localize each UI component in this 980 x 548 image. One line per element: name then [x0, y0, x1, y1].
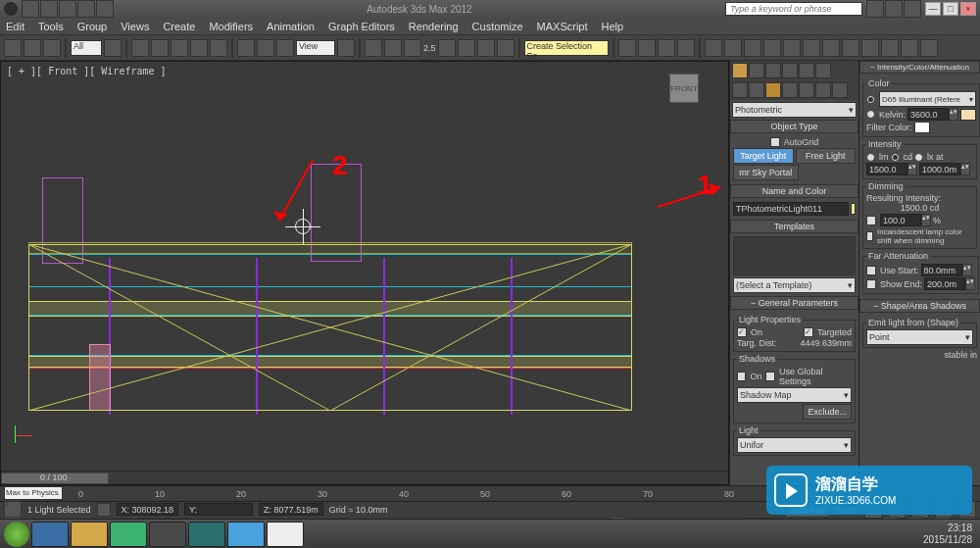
sky-portal-btn[interactable]: mr Sky Portal	[733, 165, 799, 180]
subcat-lights[interactable]	[765, 82, 781, 98]
menu-grapheditors[interactable]: Graph Editors	[328, 21, 395, 32]
min-btn[interactable]: —	[925, 2, 941, 16]
scale-btn[interactable]	[276, 39, 294, 57]
targeted-check[interactable]	[804, 327, 813, 337]
tool-btn[interactable]	[4, 39, 22, 57]
tab-utilities[interactable]	[815, 63, 831, 78]
viewport-front[interactable]: [ + ][ Front ][ Wireframe ] FRONT 2 1	[0, 61, 729, 485]
coord-x[interactable]: X: 308092.18	[117, 503, 179, 516]
menu-customize[interactable]: Customize	[472, 21, 523, 32]
menu-group[interactable]: Group	[77, 21, 108, 32]
category-dropdown[interactable]: Photometric	[732, 102, 857, 118]
tool-btn[interactable]	[763, 39, 781, 57]
tool-btn[interactable]	[404, 39, 421, 57]
menu-animation[interactable]: Animation	[267, 21, 315, 32]
max-btn[interactable]: □	[943, 2, 958, 16]
viewport-label[interactable]: [ + ][ Front ][ Wireframe ]	[7, 66, 167, 76]
filter-select[interactable]: All	[71, 40, 102, 56]
move-btn[interactable]	[237, 39, 255, 57]
task-ie[interactable]	[31, 522, 69, 547]
system-clock[interactable]: 23:182015/11/28	[923, 523, 976, 546]
menu-tools[interactable]: Tools	[38, 21, 64, 32]
rollout-shapeshadow[interactable]: − Shape/Area Shadows	[859, 299, 980, 313]
script-btn[interactable]: Max to Physics (	[4, 486, 63, 500]
tool-btn[interactable]	[677, 39, 695, 57]
menu-edit[interactable]: Edit	[6, 21, 24, 32]
tool-btn[interactable]	[658, 39, 675, 57]
menu-maxscript[interactable]: MAXScript	[537, 21, 588, 32]
subcat-space[interactable]	[815, 82, 831, 98]
dist-dropdown[interactable]: Unifor	[737, 437, 852, 453]
tool-btn[interactable]	[151, 39, 169, 57]
qat-btn[interactable]	[22, 0, 39, 18]
tool-btn[interactable]	[458, 39, 475, 57]
shape-dropdown[interactable]: Point	[866, 329, 973, 345]
light-on-check[interactable]	[737, 327, 747, 337]
tab-create[interactable]	[732, 63, 748, 78]
tool-btn[interactable]	[365, 39, 382, 57]
subcat-helpers[interactable]	[799, 82, 814, 98]
search-input[interactable]	[725, 2, 862, 16]
start-input[interactable]	[921, 264, 962, 276]
tool-btn[interactable]	[24, 39, 41, 57]
menu-create[interactable]: Create	[163, 21, 195, 32]
coord-z[interactable]: Z: 8077.519m	[259, 503, 323, 516]
tool-btn[interactable]	[783, 39, 801, 57]
tab-modify[interactable]	[749, 63, 764, 78]
tool-btn[interactable]	[803, 39, 820, 57]
lx-radio[interactable]	[914, 153, 923, 162]
tab-hierarchy[interactable]	[765, 63, 781, 78]
menu-views[interactable]: Views	[121, 21, 149, 32]
rollout-ica[interactable]: − Intensity/Color/Attenuation	[859, 61, 980, 74]
subcat-cameras[interactable]	[782, 82, 798, 98]
color-preset-dropdown[interactable]: D65 Illuminant (Refere	[879, 91, 976, 107]
rotate-btn[interactable]	[257, 39, 274, 57]
color-preset-radio[interactable]	[866, 95, 875, 104]
menu-help[interactable]: Help	[602, 21, 624, 32]
object-name-input[interactable]	[733, 202, 849, 216]
tool-btn[interactable]	[744, 39, 761, 57]
dim-input[interactable]	[880, 214, 921, 226]
template-dropdown[interactable]: (Select a Template)	[733, 277, 856, 293]
lock-btn[interactable]	[97, 503, 111, 517]
use-check[interactable]	[866, 266, 876, 275]
rollout-genparams[interactable]: − General Parameters	[730, 296, 858, 310]
selset-combo[interactable]: Create Selection Se	[524, 40, 609, 56]
time-scroll[interactable]: 0 / 100	[1, 471, 728, 484]
intensity-at-input[interactable]	[919, 163, 960, 175]
object-color-swatch[interactable]	[851, 203, 856, 215]
cd-radio[interactable]	[891, 153, 900, 162]
end-input[interactable]	[924, 277, 965, 290]
coord-select[interactable]: View	[296, 40, 335, 56]
rollout-namecolor[interactable]: Name and Color	[730, 184, 858, 198]
tool-btn[interactable]	[724, 39, 742, 57]
tab-motion[interactable]	[782, 63, 798, 78]
kelvin-radio[interactable]	[866, 110, 875, 119]
task-app[interactable]	[149, 522, 186, 547]
subcat-systems[interactable]	[832, 82, 848, 98]
rollout-objecttype[interactable]: Object Type	[730, 120, 858, 133]
task-app[interactable]	[110, 522, 147, 547]
intensity-input[interactable]	[866, 163, 907, 175]
tool-btn[interactable]	[901, 39, 918, 57]
subcat-geom[interactable]	[732, 82, 748, 98]
help-btn[interactable]	[904, 0, 921, 18]
free-light-btn[interactable]: Free Light	[796, 148, 857, 164]
task-explorer[interactable]	[71, 522, 108, 547]
tool-btn[interactable]	[43, 39, 61, 57]
filter-swatch[interactable]	[914, 122, 930, 133]
dim-check[interactable]	[866, 216, 876, 225]
qat-btn[interactable]	[77, 0, 95, 18]
kelvin-input[interactable]	[907, 108, 949, 121]
rollout-templates[interactable]: Templates	[730, 220, 858, 233]
tool-btn[interactable]	[822, 39, 840, 57]
task-app[interactable]	[227, 522, 265, 547]
tool-btn[interactable]	[881, 39, 899, 57]
autogrid-check[interactable]	[770, 137, 780, 147]
tool-btn[interactable]	[210, 39, 227, 57]
tool-btn[interactable]	[842, 39, 859, 57]
shadow-type-dropdown[interactable]: Shadow Map	[737, 387, 852, 403]
menu-rendering[interactable]: Rendering	[409, 21, 459, 32]
tool-btn[interactable]	[190, 39, 208, 57]
tool-btn[interactable]	[705, 39, 722, 57]
